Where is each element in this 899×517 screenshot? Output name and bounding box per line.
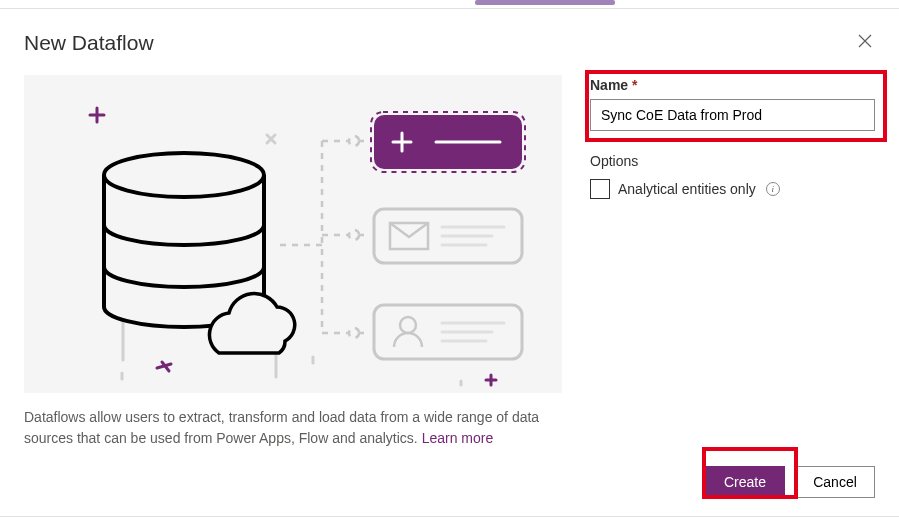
svg-point-3	[349, 328, 359, 338]
svg-point-0	[104, 153, 264, 197]
create-button[interactable]: Create	[705, 466, 785, 498]
svg-point-1	[349, 136, 359, 146]
new-dataflow-dialog: New Dataflow	[0, 8, 899, 517]
svg-point-9	[400, 317, 416, 333]
required-asterisk: *	[632, 77, 637, 93]
close-button[interactable]	[855, 31, 875, 51]
left-column: Dataflows allow users to extract, transf…	[24, 75, 562, 450]
name-field-group: Name *	[590, 77, 875, 131]
analytical-checkbox[interactable]	[590, 179, 610, 199]
dialog-title: New Dataflow	[24, 31, 154, 55]
partial-button-fragment	[475, 0, 615, 5]
name-input[interactable]	[590, 99, 875, 131]
background-strip	[0, 0, 899, 8]
name-label: Name *	[590, 77, 875, 93]
learn-more-link[interactable]: Learn more	[422, 430, 494, 446]
right-column: Name * Options Analytical entities only …	[590, 75, 875, 450]
svg-point-2	[349, 230, 359, 240]
info-icon[interactable]: i	[766, 182, 780, 196]
analytical-label: Analytical entities only	[618, 181, 756, 197]
dialog-body: Dataflows allow users to extract, transf…	[24, 75, 875, 450]
analytical-checkbox-row: Analytical entities only i	[590, 179, 875, 199]
dialog-footer: Create Cancel	[24, 466, 875, 498]
description-text: Dataflows allow users to extract, transf…	[24, 407, 562, 449]
options-heading: Options	[590, 153, 875, 169]
dialog-header: New Dataflow	[24, 31, 875, 55]
cancel-button[interactable]: Cancel	[795, 466, 875, 498]
name-label-text: Name	[590, 77, 628, 93]
close-icon	[858, 34, 872, 48]
dataflow-illustration	[24, 75, 562, 393]
